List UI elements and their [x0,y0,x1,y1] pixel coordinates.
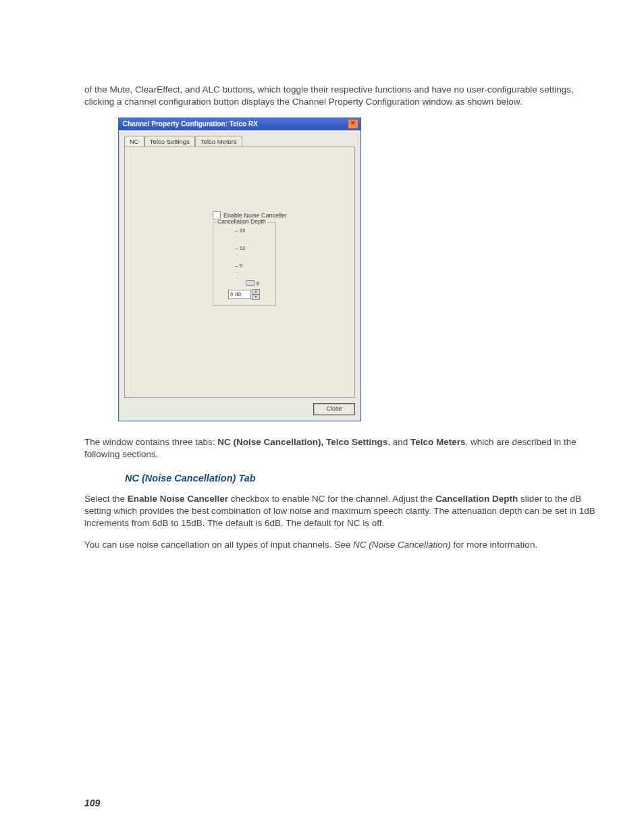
scale-9: – 9 [235,263,269,269]
scale-12: – 12 [235,245,269,251]
spinner-up-icon[interactable]: ▲ [252,289,260,294]
intro-paragraph: of the Mute, ClearEffect, and ALC button… [84,84,597,108]
close-icon[interactable]: ✕ [348,119,358,129]
scale-15: – 15 [235,228,269,234]
cancellation-depth-legend: Cancellation Depth [216,218,267,225]
spinner-down-icon[interactable]: ▼ [252,294,260,300]
tabs-description-paragraph: The window contains three tabs: NC (Nois… [84,436,597,461]
channel-property-dialog: Channel Property Configuration: Telco RX… [118,118,361,421]
tab-nc[interactable]: NC [124,136,144,147]
depth-spinner-value[interactable]: 6 dB [228,290,251,299]
dialog-screenshot: Channel Property Configuration: Telco RX… [118,118,597,421]
nc-tab-paragraph-2: You can use noise cancellation on all ty… [84,539,597,551]
scale-tick: - [236,257,269,262]
nc-tab-paragraph-1: Select the Enable Noise Canceller checkb… [84,493,597,530]
dialog-titlebar: Channel Property Configuration: Telco RX… [119,118,360,130]
scale-tick: - [236,269,269,274]
nc-tab-heading: NC (Noise Cancellation) Tab [125,473,597,484]
dialog-title: Channel Property Configuration: Telco RX [123,120,258,128]
tab-telco-settings[interactable]: Telco Settings [144,136,195,147]
scale-6: 6 [257,280,259,286]
slider-knob-icon[interactable] [246,280,255,286]
depth-slider[interactable]: 6 [246,280,269,286]
scale-tick: - [236,234,269,239]
depth-spinner[interactable]: 6 dB ▲ ▼ [228,289,269,300]
close-button[interactable]: Close [313,403,355,415]
scale-tick: - [236,275,269,280]
tab-panel-nc: Enable Noise Canceller Cancellation Dept… [124,147,355,398]
scale-tick: - [236,252,269,257]
page-number: 109 [84,798,100,808]
tab-telco-meters[interactable]: Telco Meters [195,136,242,147]
cancellation-depth-group: Cancellation Depth – 15 - - – 12 - - – 9… [213,222,276,306]
scale-tick: - [236,240,269,244]
